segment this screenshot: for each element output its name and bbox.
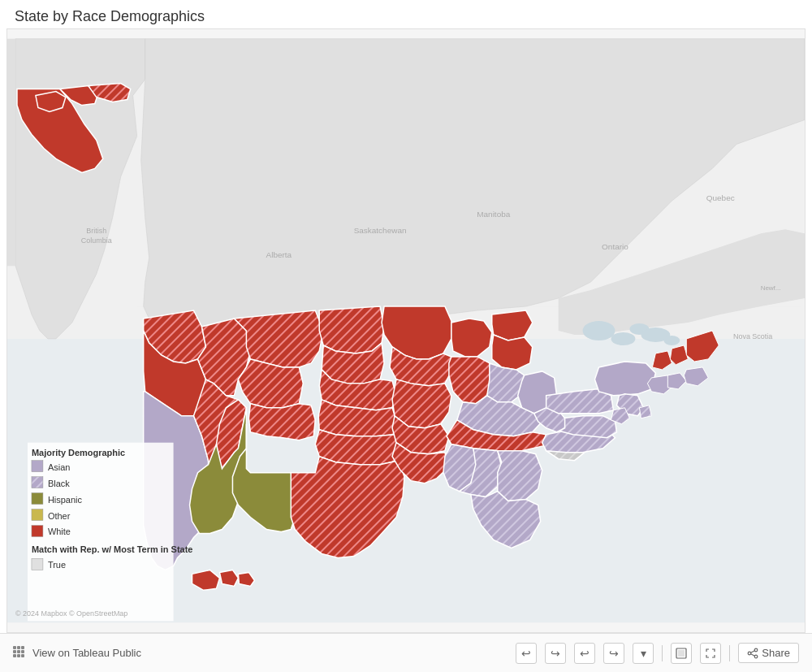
svg-text:Nova Scotia: Nova Scotia: [733, 332, 772, 340]
svg-text:Match with Rep. w/ Most Term i: Match with Rep. w/ Most Term in State: [32, 544, 192, 554]
undo-button[interactable]: ↩: [516, 643, 537, 664]
svg-rect-36: [32, 558, 43, 570]
dropdown-button[interactable]: ▾: [633, 643, 654, 664]
tableau-icon: [13, 646, 28, 661]
redo-button[interactable]: ↪: [545, 643, 566, 664]
svg-text:Black: Black: [48, 479, 70, 488]
chart-title: State by Race Demographics: [0, 0, 812, 28]
tableau-dot: [13, 654, 16, 657]
svg-text:Ontario: Ontario: [602, 242, 628, 251]
redo2-button[interactable]: ↪: [603, 643, 624, 664]
tableau-dot: [13, 650, 16, 653]
svg-text:Other: Other: [48, 511, 71, 521]
tableau-dot: [21, 650, 24, 653]
svg-text:© 2024 Mapbox  ©  OpenStreetMa: © 2024 Mapbox © OpenStreetMap: [15, 609, 127, 618]
toolbar-divider-2: [729, 645, 730, 661]
svg-rect-27: [32, 477, 43, 488]
tableau-dot: [13, 646, 16, 649]
svg-point-16: [663, 336, 680, 345]
svg-point-12: [583, 321, 615, 340]
tableau-dot: [17, 654, 20, 657]
svg-line-44: [751, 650, 755, 652]
share-icon: [747, 648, 758, 659]
embed-button[interactable]: [671, 643, 692, 664]
tableau-dot: [17, 646, 20, 649]
toolbar-right: ↩ ↪ ↩ ↪ ▾: [516, 643, 799, 664]
svg-text:White: White: [48, 527, 71, 536]
svg-text:Alberta: Alberta: [266, 250, 292, 259]
svg-text:Asian: Asian: [48, 462, 70, 472]
tableau-link[interactable]: View on Tableau Public: [13, 646, 141, 661]
svg-text:Saskatchewan: Saskatchewan: [354, 226, 407, 235]
svg-text:True: True: [48, 560, 66, 570]
tableau-dot: [21, 646, 24, 649]
svg-rect-29: [32, 493, 43, 505]
svg-rect-40: [678, 650, 685, 657]
svg-text:Hispanic: Hispanic: [48, 495, 83, 505]
undo2-button[interactable]: ↩: [574, 643, 595, 664]
expand-button[interactable]: [700, 643, 721, 664]
svg-rect-33: [32, 526, 43, 537]
svg-line-45: [751, 653, 755, 655]
share-button[interactable]: Share: [738, 643, 799, 663]
main-container: State by Race Demographics British Colum…: [0, 0, 812, 672]
svg-point-42: [748, 652, 751, 655]
svg-text:Quebec: Quebec: [706, 193, 735, 202]
svg-point-41: [754, 648, 758, 652]
tableau-dot: [17, 650, 20, 653]
svg-point-43: [754, 655, 758, 658]
share-label: Share: [762, 647, 790, 659]
bottom-bar: View on Tableau Public ↩ ↪ ↩ ↪ ▾: [0, 633, 812, 672]
svg-rect-31: [32, 509, 43, 521]
map-area: British Columbia Alberta Saskatchewan Ma…: [6, 28, 806, 633]
svg-text:Columbia: Columbia: [81, 236, 112, 245]
svg-text:British: British: [86, 227, 106, 235]
tableau-link-text: View on Tableau Public: [32, 647, 141, 659]
svg-rect-25: [32, 461, 43, 472]
svg-text:Newf...: Newf...: [761, 284, 781, 292]
tableau-dot: [21, 654, 24, 657]
svg-text:Majority Demographic: Majority Demographic: [32, 448, 125, 457]
toolbar-divider: [662, 645, 663, 661]
svg-point-13: [611, 332, 635, 345]
svg-text:Manitoba: Manitoba: [477, 210, 510, 219]
